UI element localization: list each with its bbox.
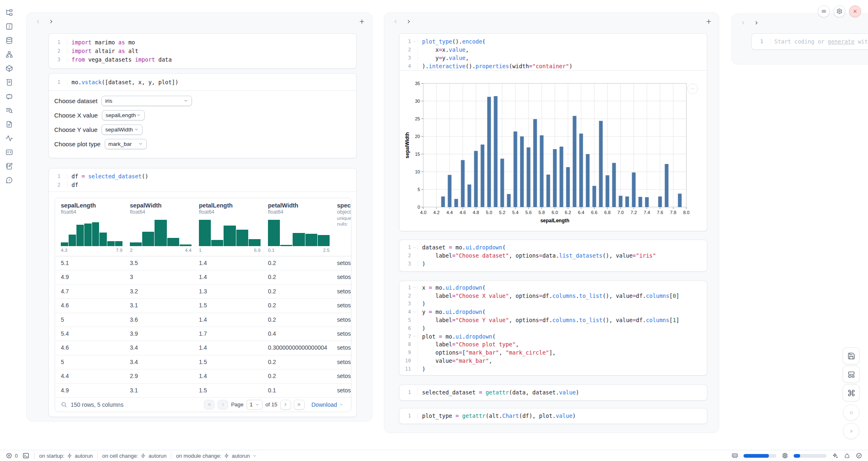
svg-text:5.8: 5.8 bbox=[538, 210, 545, 215]
sidebar-item-package[interactable] bbox=[4, 63, 14, 74]
table-row[interactable]: 4.931.40.2setosa bbox=[55, 270, 351, 284]
fold-chevron-icon[interactable] bbox=[411, 310, 418, 314]
panel-collapse-left-icon[interactable] bbox=[740, 20, 746, 26]
sidebar-item-document[interactable] bbox=[4, 119, 14, 129]
column-header[interactable]: petalWidthfloat640.12.5 bbox=[268, 202, 334, 253]
sidebar-item-chat-bot[interactable] bbox=[4, 91, 14, 101]
svg-text:4.0: 4.0 bbox=[420, 210, 426, 215]
on-cell-change-setting[interactable]: on cell change: autorun bbox=[102, 453, 167, 459]
generate-link[interactable]: generate bbox=[828, 38, 854, 45]
sidebar-item-list-search[interactable] bbox=[4, 105, 14, 115]
code-snippet-icon bbox=[5, 148, 13, 156]
table-row[interactable]: 4.73.21.30.2setosa bbox=[55, 285, 351, 299]
dropdown-label: Choose Y value bbox=[54, 126, 97, 133]
layout-toggle-button[interactable] bbox=[843, 366, 860, 383]
terminal-icon[interactable] bbox=[22, 452, 30, 459]
run-button[interactable] bbox=[843, 423, 859, 439]
sidebar-item-help-chat[interactable]: ? bbox=[4, 175, 14, 185]
code-editor[interactable]: 1mo.vstack([dataset, x, y, plot]) bbox=[49, 74, 356, 90]
close-button[interactable] bbox=[849, 5, 861, 17]
stop-button[interactable] bbox=[843, 404, 859, 421]
sidebar-item-activity[interactable] bbox=[4, 133, 14, 143]
errors-icon bbox=[6, 452, 12, 459]
keyboard-shortcuts-button[interactable] bbox=[843, 384, 860, 401]
next-page-button[interactable] bbox=[280, 400, 291, 410]
add-cell-button[interactable] bbox=[705, 18, 712, 25]
code-editor[interactable]: 1plot_type().encode(2 x=x.value,3 y=y.va… bbox=[399, 34, 707, 70]
table-row[interactable]: 53.41.50.2setosa bbox=[55, 355, 351, 369]
table-row[interactable]: 5.43.91.70.4setosa bbox=[55, 327, 351, 341]
panel-collapse-right-icon[interactable] bbox=[48, 18, 54, 25]
table-cell: 4.6 bbox=[61, 341, 127, 355]
table-row[interactable]: 4.93.11.50.1setosa bbox=[55, 384, 351, 398]
column-header[interactable]: sepalLengthfloat644.37.9 bbox=[61, 202, 127, 253]
altair-bar-chart[interactable]: 4.04.24.44.64.85.05.25.45.65.86.06.26.46… bbox=[399, 71, 707, 229]
table-cell: 4.6 bbox=[61, 299, 127, 312]
save-button[interactable] bbox=[843, 347, 860, 364]
menu-button[interactable] bbox=[818, 5, 830, 17]
first-page-button[interactable] bbox=[204, 400, 215, 410]
dropdown-select[interactable]: iris bbox=[102, 96, 192, 106]
code-editor[interactable]: 1dataset = mo.ui.dropdown(2 label="Choos… bbox=[399, 240, 707, 268]
code-editor[interactable]: 1selected_dataset = getattr(data, datase… bbox=[399, 385, 707, 396]
table-row[interactable]: 4.63.11.50.2setosa bbox=[55, 299, 351, 313]
sidebar-item-notebook-pen[interactable] bbox=[4, 161, 14, 171]
column-histogram[interactable] bbox=[199, 220, 261, 246]
sidebar-item-database[interactable] bbox=[4, 35, 14, 46]
panel-collapse-left-icon[interactable] bbox=[392, 18, 399, 25]
code-editor[interactable]: 1df = selected_dataset()2df bbox=[49, 168, 356, 191]
download-button[interactable]: Download bbox=[312, 401, 344, 408]
on-startup-setting[interactable]: on startup: autorun bbox=[39, 453, 93, 459]
svg-text:4.6: 4.6 bbox=[459, 210, 466, 215]
line-number: 1 bbox=[49, 79, 60, 85]
dropdown-select[interactable]: sepalLength bbox=[102, 110, 145, 120]
column-type: float64 bbox=[130, 209, 196, 215]
line-number: 1 bbox=[49, 173, 60, 179]
sidebar-item-function-square[interactable]: f bbox=[4, 21, 14, 32]
column-histogram[interactable] bbox=[268, 220, 330, 246]
fold-chevron-icon[interactable] bbox=[411, 246, 418, 249]
last-page-button[interactable] bbox=[294, 400, 305, 410]
sidebar-item-code-snippet[interactable] bbox=[4, 147, 14, 157]
code-editor[interactable]: 1import marimo as mo2import altair as al… bbox=[49, 34, 356, 64]
code-editor[interactable]: 1plot_type = getattr(alt.Chart(df), plot… bbox=[399, 408, 707, 420]
column-histogram[interactable] bbox=[130, 220, 192, 246]
column-header[interactable]: speciesobjectunique:nulls: bbox=[337, 202, 351, 226]
fold-chevron-icon[interactable] bbox=[411, 286, 418, 289]
page-select[interactable]: 1 bbox=[247, 400, 263, 410]
on-module-change-setting[interactable]: on module change: autorun bbox=[176, 453, 257, 459]
assistant-icon[interactable] bbox=[844, 452, 850, 459]
connection-status-icon[interactable] bbox=[856, 452, 862, 459]
panel-collapse-right-icon[interactable] bbox=[753, 20, 760, 26]
column-histogram[interactable] bbox=[61, 220, 122, 246]
chart-actions-button[interactable] bbox=[687, 83, 698, 94]
svg-text:6.4: 6.4 bbox=[578, 210, 584, 215]
sidebar-item-file-tree[interactable] bbox=[4, 7, 14, 18]
code-editor[interactable]: 1 Start coding or generate with AI bbox=[752, 34, 868, 46]
column-header[interactable]: sepalWidthfloat6424.4 bbox=[130, 202, 196, 253]
panel-collapse-left-icon[interactable] bbox=[35, 18, 41, 25]
line-number: 10 bbox=[399, 358, 411, 364]
search-icon[interactable] bbox=[61, 401, 67, 408]
sidebar-item-workflow[interactable] bbox=[4, 49, 14, 60]
ai-sparkles-icon[interactable] bbox=[832, 452, 838, 459]
table-cell: 3.4 bbox=[130, 355, 196, 369]
sidebar-item-scroll-text[interactable] bbox=[4, 77, 14, 88]
code-editor[interactable]: 1x = mo.ui.dropdown(2 label="Choose X va… bbox=[399, 281, 707, 373]
table-row[interactable]: 4.63.41.40.30000000000000004setosa bbox=[55, 341, 351, 355]
dropdown-select[interactable]: sepalWidth bbox=[102, 124, 143, 135]
cell-imports: 1import marimo as mo2import altair as al… bbox=[48, 33, 357, 69]
panel-collapse-right-icon[interactable] bbox=[406, 18, 412, 25]
column-header[interactable]: petalLengthfloat6416.9 bbox=[199, 202, 265, 253]
table-row[interactable]: 53.61.40.2setosa bbox=[55, 313, 351, 327]
table-row[interactable]: 5.13.51.40.2setosa bbox=[55, 256, 351, 270]
add-cell-button[interactable] bbox=[358, 18, 365, 25]
prev-page-button[interactable] bbox=[217, 400, 228, 410]
fold-chevron-icon[interactable] bbox=[411, 40, 418, 44]
fold-chevron-icon[interactable] bbox=[411, 334, 418, 338]
table-row[interactable]: 4.42.91.40.2setosa bbox=[55, 369, 351, 383]
line-number: 2 bbox=[49, 48, 60, 54]
dropdown-select[interactable]: mark_bar bbox=[105, 139, 147, 149]
settings-button[interactable] bbox=[833, 5, 845, 17]
error-count[interactable]: 0 bbox=[6, 452, 18, 459]
